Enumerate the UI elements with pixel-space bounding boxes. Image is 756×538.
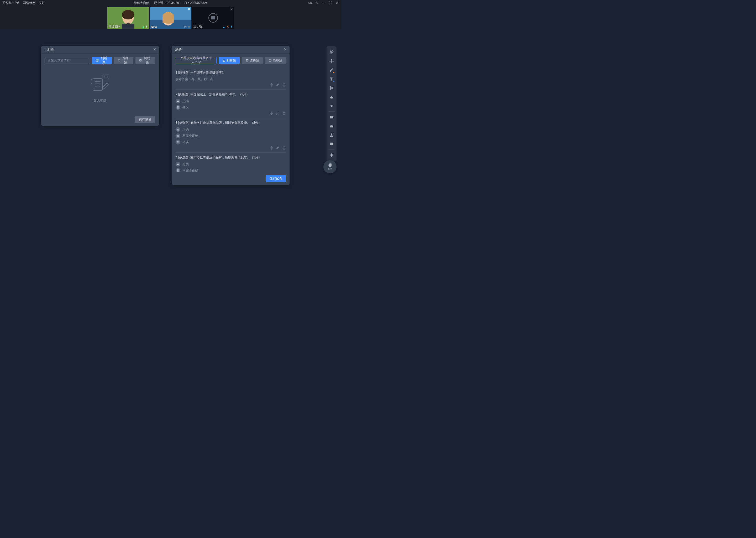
course-title: 神秘大自然 [134, 1, 149, 5]
option-text: 是的 [182, 162, 189, 167]
edit-icon[interactable] [276, 146, 280, 150]
quiz-name-display[interactable]: 产品说试卷名称最多十六个字 [176, 57, 216, 64]
question-item: 2 [判断题] 我国宪法上一次更新是在2020年。（2分）A正确B错误 [176, 89, 286, 118]
svg-point-1 [316, 2, 317, 3]
camera-off-icon [209, 13, 218, 23]
pen-tool-icon[interactable] [328, 67, 335, 74]
question-option[interactable]: A是的 [176, 162, 286, 167]
bell-tool-icon[interactable] [328, 152, 335, 159]
option-text: 错误 [182, 140, 189, 144]
move-tool-icon[interactable] [328, 58, 335, 65]
question-actions [176, 83, 286, 87]
question-actions [176, 146, 286, 150]
cursor-tool-icon[interactable] [328, 49, 335, 56]
save-quiz-button[interactable]: 保存试卷 [266, 175, 286, 182]
chat-tool-icon[interactable] [328, 140, 335, 147]
question-item: 3 [单选题] 施华洛世奇是反华品牌，所以梁鼎琪反华。（2分）A正确B不完全正确… [176, 118, 286, 153]
move-icon[interactable] [269, 146, 273, 150]
svg-point-31 [107, 77, 108, 78]
quiz-panel-filled: 测验 ✕ 产品说试卷名称最多十六个字 判断题 选择题 T 简答题 1 [简答题]… [172, 46, 290, 185]
fullscreen-icon[interactable] [329, 1, 332, 5]
move-icon[interactable] [269, 111, 273, 115]
close-window-icon[interactable] [336, 1, 339, 5]
video-close-icon[interactable]: ✕ [230, 7, 233, 11]
delete-icon[interactable] [282, 146, 286, 150]
question-option[interactable]: B不完全正确 [176, 134, 286, 138]
option-letter: A [176, 99, 180, 103]
video-tile-student-off[interactable]: ✕ 王小明 [192, 7, 234, 29]
settings-icon[interactable] [315, 1, 319, 5]
question-option[interactable]: A正确 [176, 127, 286, 132]
svg-rect-43 [330, 143, 333, 145]
color-tool-icon[interactable] [328, 102, 335, 109]
badge-icon [184, 25, 187, 28]
raise-hand-counter[interactable]: 0/2 [323, 160, 337, 173]
camera-switch-icon[interactable] [308, 1, 312, 5]
question-option[interactable]: A正确 [176, 99, 286, 103]
close-icon[interactable]: ✕ [153, 47, 156, 51]
svg-point-29 [104, 77, 105, 78]
question-option[interactable]: B错误 [176, 105, 286, 110]
back-icon[interactable]: ‹ [44, 48, 46, 52]
panel-header: 测验 ✕ [172, 46, 290, 54]
empty-text: 暂无试题 [94, 98, 106, 103]
svg-rect-9 [122, 24, 134, 29]
top-bar: 丢包率：0% 网络状态：良好 神秘大自然 已上课：02:34:09 ID：202… [0, 0, 341, 6]
option-letter: A [176, 162, 180, 167]
question-title: 1 [简答题] 一年四季分别是哪四季? [176, 71, 286, 75]
video-row: 叮当老师 ✕ Nina ✕ 王小明 [0, 6, 341, 29]
option-text: 正确 [182, 99, 189, 103]
edit-icon[interactable] [276, 83, 280, 87]
video-name: Nina [151, 25, 157, 28]
minimize-icon[interactable] [322, 1, 325, 5]
quiz-panel-empty: ‹ 测验 ✕ 判断题 选择题 T 简答题 [41, 46, 159, 126]
question-item: 1 [简答题] 一年四季分别是哪四季?参考答案：春、夏、秋、冬 [176, 68, 286, 89]
question-title: 4 [多选题] 施华洛世奇是反华品牌，所以梁鼎琪反华。（2分） [176, 155, 286, 160]
delete-icon[interactable] [282, 83, 286, 87]
short-answer-button[interactable]: T 简答题 [265, 57, 286, 64]
question-option[interactable]: B不完全正确 [176, 168, 286, 172]
svg-point-42 [331, 134, 332, 135]
folder-tool-icon[interactable] [328, 114, 335, 121]
video-name: 王小明 [193, 25, 202, 28]
mic-icon [230, 25, 233, 28]
short-answer-button[interactable]: T 简答题 [135, 57, 155, 64]
svg-rect-41 [331, 125, 332, 126]
signal-icon [223, 26, 225, 28]
edit-icon[interactable] [276, 111, 280, 115]
course-id: ID：2020070324 [184, 1, 208, 5]
close-icon[interactable]: ✕ [284, 47, 287, 51]
video-close-icon[interactable]: ✕ [188, 7, 190, 11]
question-option[interactable]: C错误 [176, 140, 286, 144]
option-text: 错误 [182, 105, 189, 110]
question-actions [176, 111, 286, 115]
text-tool-icon[interactable]: T [328, 76, 335, 82]
true-false-button[interactable]: 判断题 [219, 57, 240, 64]
right-toolbar: T [327, 46, 337, 161]
choice-button[interactable]: 选择题 [242, 57, 263, 64]
toolbox-tool-icon[interactable] [328, 123, 335, 130]
svg-point-33 [246, 59, 248, 62]
question-title: 2 [判断题] 我国宪法上一次更新是在2020年。（2分） [176, 92, 286, 97]
quiz-name-input[interactable] [45, 57, 90, 64]
eraser-tool-icon[interactable] [328, 93, 335, 100]
choice-button[interactable]: 选择题 [114, 57, 134, 64]
delete-icon[interactable] [282, 111, 286, 115]
option-letter: B [176, 105, 180, 110]
svg-text:T: T [330, 77, 332, 81]
true-false-button[interactable]: 判断题 [92, 57, 112, 64]
option-letter: B [176, 134, 180, 138]
option-text: 不完全正确 [182, 168, 198, 173]
svg-rect-19 [231, 26, 232, 27]
video-tile-teacher[interactable]: 叮当老师 [107, 7, 149, 29]
empty-illustration-icon [88, 72, 112, 96]
svg-text:T: T [269, 60, 271, 61]
user-tool-icon[interactable] [328, 132, 335, 138]
video-tile-student[interactable]: ✕ Nina [150, 7, 191, 29]
scissors-tool-icon[interactable] [328, 84, 335, 91]
svg-rect-16 [189, 26, 190, 27]
reference-answer: 参考答案：春、夏、秋、冬 [176, 77, 286, 81]
mic-icon [187, 25, 191, 28]
save-quiz-button[interactable]: 保存试卷 [135, 116, 155, 123]
move-icon[interactable] [269, 83, 273, 87]
